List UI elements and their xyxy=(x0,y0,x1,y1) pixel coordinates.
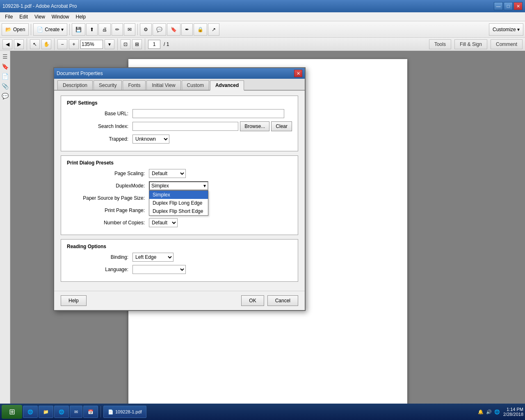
open-icon: 📂 xyxy=(5,27,11,32)
email-icon: ✉ xyxy=(128,27,132,32)
dialog-close-button[interactable]: ✕ xyxy=(294,70,302,77)
taskbar-calendar[interactable]: 📅 xyxy=(83,406,98,418)
email-button[interactable]: ✉ xyxy=(124,23,135,36)
create-button[interactable]: 📄 Create ▾ xyxy=(33,23,67,36)
zoom-out-button[interactable]: − xyxy=(57,39,67,49)
zoom-dropdown[interactable]: ▾ xyxy=(105,39,114,49)
print-dialog-presets-section: Print Dialog Presets Page Scaling: Defau… xyxy=(61,155,298,235)
minimize-button[interactable]: — xyxy=(494,2,503,10)
help-button[interactable]: Help xyxy=(61,295,87,306)
ok-button[interactable]: OK xyxy=(241,295,264,306)
zoom-in-button[interactable]: + xyxy=(69,39,79,49)
comment-nav-button[interactable]: Comment xyxy=(491,39,523,49)
menu-view[interactable]: View xyxy=(31,13,48,21)
taskbar-folder[interactable]: 📁 xyxy=(39,406,53,418)
hand-tool[interactable]: ✋ xyxy=(41,39,51,49)
mail-icon: ✉ xyxy=(74,409,78,415)
num-copies-select[interactable]: Default 1 2 3 xyxy=(149,218,178,227)
print-presets-title: Print Dialog Presets xyxy=(67,160,292,166)
browse-button[interactable]: Browse... xyxy=(240,121,269,131)
base-url-input[interactable] xyxy=(132,109,284,118)
taskbar-ie[interactable]: 🌐 xyxy=(23,406,38,418)
customize-button[interactable]: Customize ▾ xyxy=(489,23,523,36)
print-button[interactable]: 🖨 xyxy=(98,23,111,36)
reading-options-title: Reading Options xyxy=(67,244,292,249)
export-icon: ↗ xyxy=(212,27,216,32)
sign-icon: ✒ xyxy=(185,27,189,32)
binding-select[interactable]: Left Edge Right Edge xyxy=(132,253,173,262)
dialog-overlay: Document Properties ✕ Description Securi… xyxy=(0,51,525,404)
title-bar-title: 109228-1.pdf - Adobe Acrobat Pro xyxy=(2,3,77,9)
title-bar: 109228-1.pdf - Adobe Acrobat Pro — □ ✕ xyxy=(0,0,525,12)
dialog-footer: Help OK Cancel xyxy=(54,291,305,310)
duplex-option-simplex[interactable]: Simplex xyxy=(149,191,208,199)
binding-row: Binding: Left Edge Right Edge xyxy=(67,253,292,262)
tab-description[interactable]: Description xyxy=(57,80,93,90)
nav-right-buttons: Tools Fill & Sign Comment xyxy=(429,39,523,49)
clear-button[interactable]: Clear xyxy=(271,121,292,131)
back-button[interactable]: ◀ xyxy=(2,39,12,49)
tab-fonts[interactable]: Fonts xyxy=(123,80,146,90)
duplex-option-short-edge[interactable]: Duplex Flip Short Edge xyxy=(149,207,208,215)
toolbar-separator-2 xyxy=(69,24,70,35)
open-button[interactable]: 📂 Open xyxy=(2,23,29,36)
bookmark-button[interactable]: 🔖 xyxy=(167,23,180,36)
menu-file[interactable]: File xyxy=(2,13,16,21)
comment-tool-button[interactable]: 💬 xyxy=(153,23,166,36)
fit-page-button[interactable]: ⊡ xyxy=(121,39,130,49)
duplex-mode-row: DuplexMode: Simplex ▾ Simplex Duplex Fli… xyxy=(67,181,292,190)
sign-button[interactable]: ✒ xyxy=(181,23,193,36)
search-index-label: Search Index: xyxy=(67,123,132,129)
tools-nav-button[interactable]: Tools xyxy=(429,39,451,49)
settings-button[interactable]: ⚙ xyxy=(140,23,152,36)
comment-icon: 💬 xyxy=(156,27,162,32)
pdf-settings-title: PDF Settings xyxy=(67,100,292,106)
search-index-row: Search Index: Browse... Clear xyxy=(67,121,292,131)
tab-security[interactable]: Security xyxy=(94,80,122,90)
tab-custom[interactable]: Custom xyxy=(182,80,209,90)
search-index-input[interactable] xyxy=(132,122,238,131)
maximize-button[interactable]: □ xyxy=(504,2,513,10)
page-scaling-select[interactable]: Default None Fit to Printable Area xyxy=(149,169,186,178)
duplex-mode-select-button[interactable]: Simplex ▾ xyxy=(149,181,208,190)
upload-button[interactable]: ⬆ xyxy=(86,23,98,36)
export-button[interactable]: ↗ xyxy=(208,23,219,36)
tab-advanced[interactable]: Advanced xyxy=(210,80,244,91)
duplex-mode-container: Simplex ▾ Simplex Duplex Flip Long Edge … xyxy=(149,181,208,190)
start-button[interactable]: ⊞ xyxy=(2,405,22,419)
zoom-input[interactable]: 135% xyxy=(80,40,103,49)
calendar-icon: 📅 xyxy=(88,409,94,415)
base-url-label: Base URL: xyxy=(67,111,132,116)
paper-source-label: Paper Source by Page Size: xyxy=(67,195,149,201)
tab-initial-view[interactable]: Initial View xyxy=(146,80,180,90)
gear-icon: ⚙ xyxy=(144,27,148,32)
menu-window[interactable]: Window xyxy=(48,13,73,21)
page-number-input[interactable]: 1 xyxy=(148,40,160,49)
fill-sign-button[interactable]: Fill & Sign xyxy=(454,39,487,49)
menu-help[interactable]: Help xyxy=(73,13,89,21)
taskbar-adobe-label: 109228-1.pdf xyxy=(115,409,142,414)
cursor-tool[interactable]: ↖ xyxy=(30,39,40,49)
taskbar-mail[interactable]: ✉ xyxy=(70,406,82,418)
fit-width-button[interactable]: ⊞ xyxy=(132,39,142,49)
page-scaling-label: Page Scaling: xyxy=(67,171,149,176)
menu-edit[interactable]: Edit xyxy=(16,13,31,21)
trapped-select[interactable]: Unknown True False xyxy=(132,135,169,144)
language-select[interactable] xyxy=(132,265,186,274)
protect-button[interactable]: 🔒 xyxy=(194,23,207,36)
taskbar-adobe[interactable]: 📄 109228-1.pdf xyxy=(103,406,146,418)
edit-button[interactable]: ✏ xyxy=(112,23,123,36)
upload-icon: ⬆ xyxy=(90,27,94,32)
close-button[interactable]: ✕ xyxy=(514,2,523,10)
duplex-option-long-edge[interactable]: Duplex Flip Long Edge xyxy=(149,199,208,207)
dialog-title: Document Properties xyxy=(57,71,103,76)
forward-button[interactable]: ▶ xyxy=(14,39,24,49)
save-button[interactable]: 💾 xyxy=(72,23,85,36)
dialog-title-bar: Document Properties ✕ xyxy=(54,68,305,79)
taskbar-chrome[interactable]: 🌐 xyxy=(54,406,69,418)
reading-options-section: Reading Options Binding: Left Edge Right… xyxy=(61,239,298,282)
duplex-mode-label: DuplexMode: xyxy=(67,183,149,189)
duplex-mode-dropdown: Simplex Duplex Flip Long Edge Duplex Fli… xyxy=(149,190,208,216)
cancel-button[interactable]: Cancel xyxy=(267,295,298,306)
nav-separator-2 xyxy=(54,39,55,50)
